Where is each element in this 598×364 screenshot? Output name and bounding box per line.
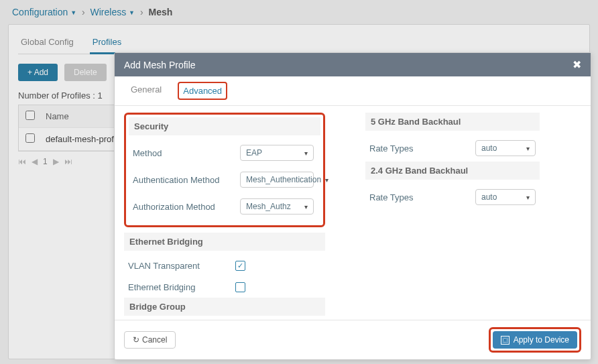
band24-rate-select[interactable]: auto: [475, 189, 536, 205]
band5-rate-select[interactable]: auto: [475, 140, 536, 156]
left-column: Security Method EAP Authentication Metho…: [124, 113, 325, 313]
modal-tabs: General Advanced: [115, 76, 591, 106]
ethernet-bridging-label: Ethernet Bridging: [128, 282, 235, 292]
close-icon[interactable]: ✖: [573, 58, 581, 71]
security-section-title: Security: [129, 117, 320, 135]
authorization-method-select[interactable]: Mesh_Authz: [240, 198, 314, 215]
right-column: 5 GHz Band Backhaul Rate Types auto 2.4 …: [365, 113, 540, 313]
refresh-icon: ↻: [133, 335, 139, 345]
tab-general[interactable]: General: [127, 82, 166, 100]
band5-title: 5 GHz Band Backhaul: [365, 113, 540, 131]
modal-footer: ↻ Cancel Apply to Device: [115, 320, 591, 359]
security-section-highlight: Security Method EAP Authentication Metho…: [124, 113, 325, 227]
ethernet-bridging-checkbox[interactable]: ✓: [235, 282, 245, 292]
cancel-button[interactable]: ↻ Cancel: [124, 331, 176, 349]
band24-rate-label: Rate Types: [369, 192, 475, 202]
apply-to-device-button[interactable]: Apply to Device: [493, 331, 577, 349]
ethernet-bridging-title: Ethernet Bridging: [124, 233, 325, 251]
device-icon: [501, 336, 510, 345]
band5-rate-label: Rate Types: [369, 143, 475, 154]
vlan-transparent-label: VLAN Transparent: [128, 261, 235, 271]
method-select[interactable]: EAP: [240, 145, 314, 161]
authentication-method-select[interactable]: Mesh_Authentication: [240, 172, 314, 188]
tab-advanced[interactable]: Advanced: [178, 82, 227, 100]
vlan-transparent-checkbox[interactable]: ✓: [235, 261, 245, 271]
method-label: Method: [133, 148, 240, 158]
add-mesh-profile-modal: Add Mesh Profile ✖ General Advanced Secu…: [114, 52, 591, 360]
apply-button-highlight: Apply to Device: [489, 327, 581, 353]
authorization-method-label: Authorization Method: [133, 202, 240, 212]
authentication-method-label: Authentication Method: [133, 175, 240, 185]
bridge-group-title: Bridge Group: [124, 298, 325, 316]
modal-header: Add Mesh Profile ✖: [115, 53, 591, 76]
modal-title: Add Mesh Profile: [124, 60, 196, 70]
band24-title: 2.4 GHz Band Backhaul: [365, 162, 540, 180]
